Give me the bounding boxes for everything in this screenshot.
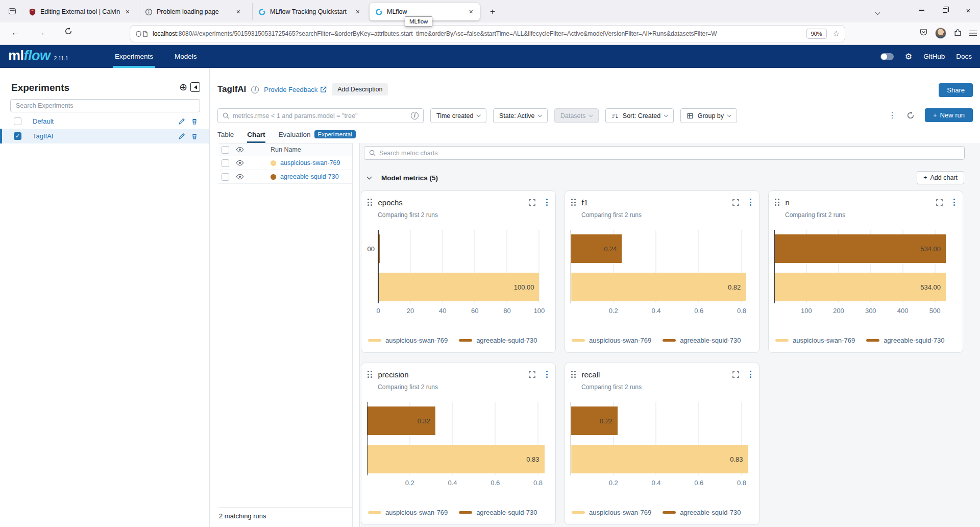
close-icon[interactable]: ×: [468, 8, 475, 16]
tab-chart[interactable]: Chart: [247, 131, 265, 143]
drag-handle-icon[interactable]: [368, 199, 372, 206]
firefox-view-icon[interactable]: [6, 5, 18, 17]
menu-icon[interactable]: [969, 31, 977, 36]
url-text[interactable]: localhost:8080/#/experiments/50159315053…: [153, 30, 806, 37]
close-icon[interactable]: ×: [235, 8, 242, 16]
info-icon[interactable]: i: [251, 86, 259, 93]
provide-feedback-link[interactable]: Provide Feedback: [264, 86, 327, 93]
add-chart-button[interactable]: +Add chart: [917, 171, 964, 184]
account-avatar[interactable]: [935, 28, 946, 39]
chart-plot[interactable]: 100.00 1.00: [367, 230, 550, 303]
legend-item[interactable]: agreeable-squid-730: [663, 337, 741, 344]
experiment-name[interactable]: TagIfAI: [33, 132, 178, 140]
run-name-link[interactable]: agreeable-squid-730: [280, 173, 339, 180]
select-all-checkbox[interactable]: [222, 146, 229, 154]
drag-handle-icon[interactable]: [368, 371, 372, 378]
legend-item[interactable]: agreeable-squid-730: [866, 337, 944, 344]
browser-tab-calvin[interactable]: Editing External tool | Calvin ×: [23, 3, 136, 20]
tab-table[interactable]: Table: [217, 131, 234, 143]
page-info-icon[interactable]: [142, 31, 149, 37]
experiment-name[interactable]: Default: [33, 117, 178, 125]
nav-models[interactable]: Models: [175, 45, 197, 68]
expand-chart-icon[interactable]: [529, 199, 535, 206]
experiment-item-tagifai[interactable]: ✓ TagIfAI: [0, 129, 209, 143]
create-experiment-icon[interactable]: ⊕: [179, 82, 187, 92]
collapse-sidebar-icon[interactable]: [190, 82, 200, 92]
chart-kebab-menu-icon[interactable]: [544, 199, 550, 206]
chart-plot[interactable]: 0.220.83: [571, 402, 753, 475]
nav-experiments[interactable]: Experiments: [115, 45, 153, 68]
back-icon[interactable]: ←: [11, 28, 20, 38]
share-button[interactable]: Share: [939, 83, 973, 97]
bar-agreeable-squid-730[interactable]: 534.00: [774, 234, 946, 263]
chart-kebab-menu-icon[interactable]: [748, 371, 753, 378]
delete-trash-icon[interactable]: [191, 118, 198, 125]
bookmark-star-icon[interactable]: ☆: [833, 29, 840, 38]
pocket-icon[interactable]: [919, 28, 928, 38]
zoom-level-badge[interactable]: 90%: [806, 29, 827, 39]
edit-pencil-icon[interactable]: [178, 118, 185, 125]
edit-pencil-icon[interactable]: [178, 133, 185, 140]
expand-chart-icon[interactable]: [732, 371, 739, 378]
section-chevron-down-icon[interactable]: [367, 175, 372, 180]
experiments-search-input[interactable]: [10, 99, 200, 112]
close-icon[interactable]: ×: [354, 8, 361, 16]
theme-toggle[interactable]: [880, 53, 894, 60]
legend-item[interactable]: agreeable-squid-730: [459, 337, 537, 344]
run-name-link[interactable]: auspicious-swan-769: [280, 159, 340, 166]
refresh-icon[interactable]: [906, 111, 915, 119]
chart-search-input[interactable]: [379, 150, 960, 157]
more-options-kebab-icon[interactable]: ⋮: [888, 110, 896, 120]
bar-auspicious-swan-769[interactable]: 0.83: [571, 445, 748, 473]
chart-plot[interactable]: 534.00534.00: [774, 230, 957, 303]
restore-button[interactable]: [933, 0, 957, 20]
browser-tab-problem[interactable]: Problem loading page ×: [139, 3, 247, 20]
browser-tab-quickstart[interactable]: MLflow Tracking Quickstart — M ×: [252, 3, 366, 20]
chart-plot[interactable]: 0.320.83: [367, 402, 550, 475]
sort-button[interactable]: Sort: Created: [605, 108, 674, 123]
minimize-button[interactable]: [910, 0, 933, 20]
url-bar[interactable]: localhost:8080/#/experiments/50159315053…: [130, 26, 845, 42]
close-window-button[interactable]: ×: [957, 0, 980, 20]
legend-item[interactable]: auspicious-swan-769: [775, 337, 855, 344]
legend-item[interactable]: auspicious-swan-769: [368, 509, 448, 516]
search-info-icon[interactable]: i: [411, 112, 419, 119]
legend-item[interactable]: agreeable-squid-730: [663, 509, 741, 516]
shield-icon[interactable]: [135, 31, 142, 37]
bar-agreeable-squid-730[interactable]: 0.24: [571, 234, 622, 263]
docs-link[interactable]: Docs: [956, 53, 972, 60]
new-run-button[interactable]: +New run: [925, 108, 973, 122]
bar-auspicious-swan-769[interactable]: 0.83: [367, 445, 545, 473]
run-row[interactable]: agreeable-squid-730: [218, 170, 352, 184]
reload-icon[interactable]: [64, 27, 72, 38]
time-created-filter[interactable]: Time created: [430, 108, 486, 123]
bar-auspicious-swan-769[interactable]: 534.00: [774, 273, 946, 301]
runs-search-input[interactable]: [233, 112, 407, 119]
add-description-button[interactable]: Add Description: [332, 83, 388, 95]
extensions-icon[interactable]: [953, 28, 962, 38]
visibility-eye-icon[interactable]: [236, 159, 244, 167]
gear-icon[interactable]: ⚙: [905, 52, 912, 61]
expand-chart-icon[interactable]: [936, 199, 943, 206]
mlflow-logo[interactable]: mlflow 2.11.1: [8, 48, 68, 64]
list-all-tabs-chevron-icon[interactable]: [876, 8, 879, 16]
legend-item[interactable]: auspicious-swan-769: [572, 509, 651, 516]
delete-trash-icon[interactable]: [191, 133, 198, 140]
experiment-checkbox[interactable]: ✓: [14, 132, 21, 140]
tab-evaluation[interactable]: Evaluation Experimental: [279, 130, 356, 143]
github-link[interactable]: GitHub: [923, 53, 945, 60]
experiment-checkbox[interactable]: [14, 117, 21, 125]
chart-kebab-menu-icon[interactable]: [748, 199, 753, 206]
chart-plot[interactable]: 0.240.82: [571, 230, 753, 303]
visibility-eye-icon[interactable]: [236, 173, 244, 181]
drag-handle-icon[interactable]: [571, 371, 576, 378]
run-row[interactable]: auspicious-swan-769: [218, 156, 352, 170]
close-icon[interactable]: ×: [124, 8, 131, 16]
panel-resize-handle[interactable]: [352, 143, 360, 527]
runs-search-box[interactable]: i: [217, 108, 424, 123]
visibility-eye-icon[interactable]: [236, 146, 244, 154]
drag-handle-icon[interactable]: [571, 199, 576, 206]
run-checkbox[interactable]: [222, 173, 229, 181]
bar-agreeable-squid-730[interactable]: 0.32: [367, 406, 435, 435]
bar-auspicious-swan-769[interactable]: 0.82: [571, 273, 746, 301]
